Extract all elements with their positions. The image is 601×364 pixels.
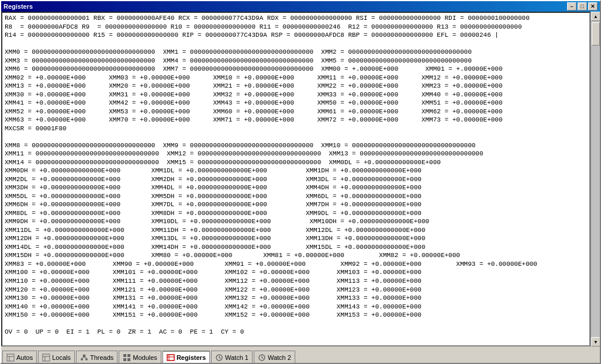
tab-watch1[interactable]: Watch 1 [211, 351, 253, 363]
svg-rect-3 [43, 354, 50, 361]
svg-point-8 [85, 358, 88, 360]
maximize-button[interactable]: □ [578, 2, 587, 11]
vertical-scrollbar[interactable]: ▲ ▼ [590, 12, 600, 346]
registers-window: Registers – □ ✕ RAX = 0000000000000001 R… [0, 0, 601, 364]
tab-autos-label: Autos [16, 354, 33, 361]
svg-rect-0 [7, 354, 14, 361]
tab-autos[interactable]: Autos [2, 351, 37, 363]
tab-bar: Autos Locals Threads Modules [1, 346, 600, 363]
tab-locals[interactable]: Locals [38, 351, 75, 363]
scroll-thumb[interactable] [592, 22, 600, 46]
svg-rect-12 [127, 354, 130, 357]
svg-rect-13 [123, 358, 126, 361]
svg-line-23 [262, 358, 264, 359]
title-bar: Registers – □ ✕ [1, 1, 600, 12]
title-bar-controls: – □ ✕ [567, 2, 597, 11]
tab-threads-label: Threads [90, 354, 113, 361]
scroll-up-button[interactable]: ▲ [591, 12, 600, 21]
tab-registers[interactable]: Registers [163, 351, 210, 363]
svg-line-10 [84, 357, 87, 358]
title-bar-text: Registers [4, 3, 33, 10]
watch1-icon [215, 353, 223, 362]
close-button[interactable]: ✕ [588, 2, 597, 11]
svg-point-7 [81, 358, 83, 360]
tab-locals-label: Locals [52, 354, 71, 361]
tab-threads[interactable]: Threads [76, 351, 118, 363]
tab-watch2-label: Watch 2 [268, 354, 291, 361]
watch2-icon [258, 353, 266, 362]
autos-icon [6, 353, 15, 362]
tab-watch2[interactable]: Watch 2 [254, 351, 295, 363]
scroll-track[interactable] [591, 21, 600, 337]
modules-icon [123, 353, 131, 362]
window-title: Registers [4, 3, 33, 10]
tab-modules[interactable]: Modules [119, 351, 161, 363]
svg-rect-15 [167, 355, 174, 360]
registers-icon [167, 353, 175, 362]
tab-watch1-label: Watch 1 [225, 354, 248, 361]
tab-modules-label: Modules [133, 354, 157, 361]
scroll-down-button[interactable]: ▼ [591, 337, 600, 346]
svg-point-6 [82, 354, 85, 357]
svg-rect-14 [127, 358, 130, 361]
threads-icon [80, 353, 88, 362]
svg-line-9 [82, 357, 84, 358]
svg-rect-11 [123, 354, 126, 357]
minimize-button[interactable]: – [567, 2, 576, 11]
registers-content: RAX = 0000000000000001 RBX = 0000000000A… [1, 12, 590, 346]
tab-registers-label: Registers [177, 354, 206, 361]
locals-icon [42, 353, 50, 362]
svg-line-20 [219, 358, 221, 359]
